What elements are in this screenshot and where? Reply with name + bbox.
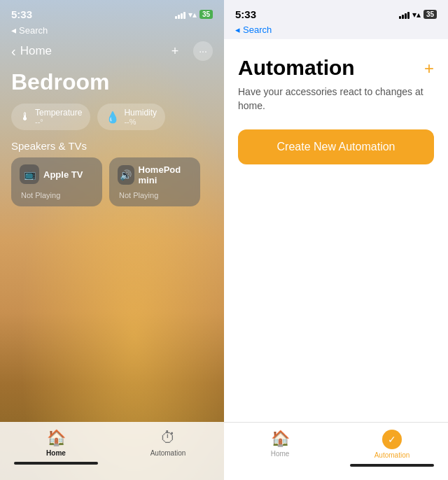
- nav-home-left[interactable]: 🏠 Home: [0, 429, 112, 465]
- homepod-name: HomePod mini: [139, 164, 192, 185]
- home-nav-label-right: Home: [271, 450, 290, 458]
- left-content: 5:33 ▾▴ 35 ◂ Search ‹ Home: [0, 0, 224, 480]
- automation-nav-label-left: Automation: [150, 449, 186, 457]
- automation-active-icon: ✓: [382, 430, 402, 449]
- status-icons-right: ▾▴ 35: [399, 10, 437, 20]
- homepod-status: Not Playing: [118, 191, 192, 199]
- automation-nav-icon-left: ⏱: [160, 429, 176, 447]
- plus-button-right[interactable]: +: [424, 59, 434, 78]
- wifi-icon: ▾▴: [188, 10, 197, 20]
- home-back-chevron: ‹: [11, 43, 16, 59]
- signal-icon: [175, 10, 186, 19]
- home-title: Home: [20, 44, 52, 58]
- humidity-value: --%: [124, 118, 157, 126]
- battery-badge-right: 35: [424, 10, 437, 19]
- left-panel: 5:33 ▾▴ 35 ◂ Search ‹ Home: [0, 0, 224, 480]
- room-title: Bedroom: [0, 66, 224, 104]
- automation-nav-label-right: Automation: [374, 451, 410, 459]
- home-nav-label: Home: [46, 449, 66, 457]
- apple-tv-status: Not Playing: [20, 191, 94, 199]
- sensors-row: 🌡 Temperature --° 💧 Humidity --%: [0, 104, 224, 140]
- nav-underline-right: [350, 464, 434, 467]
- time-right: 5:33: [235, 8, 256, 20]
- homepod-card[interactable]: 🔊 HomePod mini Not Playing: [109, 157, 200, 206]
- apple-tv-icon: 📺: [20, 164, 39, 184]
- home-nav-icon: 🏠: [47, 429, 66, 447]
- create-new-automation-button[interactable]: Create New Automation: [238, 129, 434, 164]
- apple-tv-name: Apple TV: [43, 169, 83, 180]
- temperature-icon: 🌡: [20, 111, 31, 123]
- section-title: Speakers & TVs: [0, 140, 224, 157]
- homepod-icon: 🔊: [118, 165, 134, 185]
- home-nav-icon-right: 🏠: [271, 430, 290, 448]
- back-nav-right[interactable]: ◂ Search: [224, 23, 448, 39]
- time-left: 5:33: [11, 8, 32, 20]
- devices-row: 📺 Apple TV Not Playing 🔊 HomePod mini No…: [0, 157, 224, 206]
- more-button-left[interactable]: ···: [193, 41, 213, 61]
- battery-badge-left: 35: [200, 10, 213, 19]
- back-chevron-left: ◂: [11, 24, 16, 36]
- status-bar-left: 5:33 ▾▴ 35: [0, 0, 224, 23]
- back-label-left: Search: [19, 25, 48, 36]
- humidity-sensor: 💧 Humidity --%: [97, 104, 165, 130]
- temperature-sensor: 🌡 Temperature --°: [11, 104, 90, 130]
- bottom-nav-right: 🏠 Home ✓ Automation: [224, 422, 448, 480]
- humidity-label: Humidity: [124, 108, 157, 118]
- right-panel: 5:33 ▾▴ 35 ◂ Search Automation + Have yo…: [224, 0, 448, 480]
- back-chevron-right: ◂: [235, 24, 240, 35]
- right-main: Automation + Have your accessories react…: [224, 39, 448, 422]
- status-icons-left: ▾▴ 35: [175, 10, 213, 20]
- nav-home-right[interactable]: 🏠 Home: [224, 430, 336, 458]
- add-button-left[interactable]: +: [165, 41, 185, 61]
- status-bar-right: 5:33 ▾▴ 35: [224, 0, 448, 23]
- home-header: ‹ Home + ···: [0, 38, 224, 66]
- back-nav-left[interactable]: ◂ Search: [0, 23, 224, 38]
- header-icons: + ···: [165, 41, 213, 61]
- right-header-row: Automation +: [238, 56, 434, 80]
- temp-label: Temperature: [35, 108, 82, 118]
- home-title-row[interactable]: ‹ Home: [11, 43, 52, 59]
- automation-subtitle: Have your accessories react to changes a…: [238, 85, 434, 113]
- signal-icon-right: [399, 10, 410, 19]
- nav-automation-right[interactable]: ✓ Automation: [336, 430, 448, 467]
- nav-automation-left[interactable]: ⏱ Automation: [112, 429, 224, 457]
- wifi-icon-right: ▾▴: [412, 10, 421, 20]
- apple-tv-card[interactable]: 📺 Apple TV Not Playing: [11, 157, 102, 206]
- humidity-icon: 💧: [106, 111, 120, 124]
- bottom-nav-left: 🏠 Home ⏱ Automation: [0, 422, 224, 480]
- back-label-right: Search: [243, 24, 272, 35]
- nav-underline-left: [14, 462, 98, 465]
- automation-title: Automation: [238, 56, 355, 80]
- temp-value: --°: [35, 118, 82, 126]
